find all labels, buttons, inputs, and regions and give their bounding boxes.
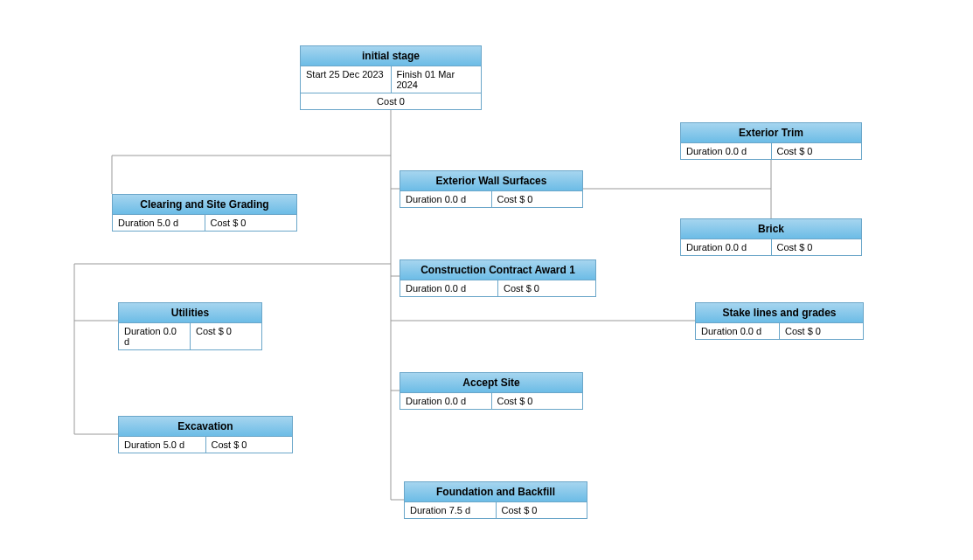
node-duration: Duration 0.0 d (400, 393, 491, 409)
node-duration: Duration 0.0 d (400, 280, 497, 296)
node-duration: Duration 5.0 d (119, 437, 205, 453)
node-title: Construction Contract Award 1 (400, 260, 595, 280)
node-title: Excavation (119, 417, 292, 437)
node-cost: Cost $ 0 (497, 280, 595, 296)
node-title: Brick (681, 219, 861, 239)
node-title: Utilities (119, 303, 261, 323)
node-duration: Duration 7.5 d (405, 502, 496, 518)
node-duration: Duration 0.0 d (681, 239, 771, 255)
node-title: Exterior Wall Surfaces (400, 171, 582, 191)
node-exterior-trim[interactable]: Exterior Trim Duration 0.0 d Cost $ 0 (680, 122, 862, 160)
node-duration: Duration 0.0 d (119, 323, 190, 349)
node-cost: Cost $ 0 (205, 215, 297, 231)
node-duration: Duration 0.0 d (696, 323, 779, 339)
node-utilities[interactable]: Utilities Duration 0.0 d Cost $ 0 (118, 302, 262, 350)
node-title: Exterior Trim (681, 123, 861, 143)
node-cost: Cost $ 0 (190, 323, 261, 349)
node-title: Clearing and Site Grading (113, 195, 296, 215)
node-cost: Cost $ 0 (779, 323, 863, 339)
node-cost: Cost $ 0 (771, 239, 862, 255)
node-cost: Cost $ 0 (771, 143, 862, 159)
node-title: initial stage (301, 46, 481, 66)
node-title: Foundation and Backfill (405, 482, 587, 502)
node-accept[interactable]: Accept Site Duration 0.0 d Cost $ 0 (400, 372, 583, 410)
node-cost: Cost $ 0 (205, 437, 293, 453)
node-finish: Finish 01 Mar 2024 (391, 66, 482, 93)
node-foundation[interactable]: Foundation and Backfill Duration 7.5 d C… (404, 481, 587, 519)
node-cost: Cost $ 0 (491, 191, 583, 207)
node-duration: Duration 0.0 d (400, 191, 491, 207)
node-duration: Duration 0.0 d (681, 143, 771, 159)
node-start: Start 25 Dec 2023 (301, 66, 391, 93)
node-title: Accept Site (400, 373, 582, 393)
node-brick[interactable]: Brick Duration 0.0 d Cost $ 0 (680, 218, 862, 256)
node-cost: Cost $ 0 (496, 502, 587, 518)
node-exterior-wall[interactable]: Exterior Wall Surfaces Duration 0.0 d Co… (400, 170, 583, 208)
node-duration: Duration 5.0 d (113, 215, 205, 231)
node-excavation[interactable]: Excavation Duration 5.0 d Cost $ 0 (118, 416, 293, 453)
node-cost: Cost $ 0 (491, 393, 583, 409)
node-cost: Cost 0 (301, 93, 481, 109)
node-title: Stake lines and grades (696, 303, 863, 323)
node-clearing[interactable]: Clearing and Site Grading Duration 5.0 d… (112, 194, 297, 232)
node-stake[interactable]: Stake lines and grades Duration 0.0 d Co… (695, 302, 864, 340)
node-initial-stage[interactable]: initial stage Start 25 Dec 2023 Finish 0… (300, 45, 482, 110)
node-contract[interactable]: Construction Contract Award 1 Duration 0… (400, 259, 596, 297)
